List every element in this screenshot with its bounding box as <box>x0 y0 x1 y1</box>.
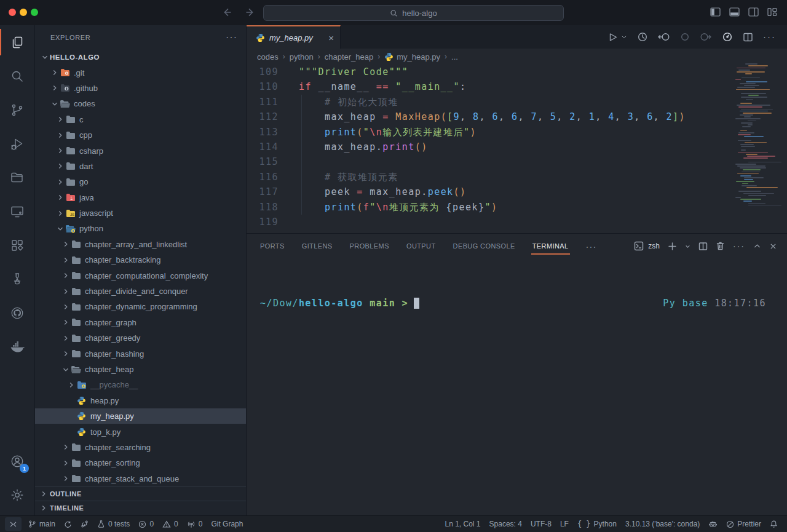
code-line-114[interactable]: 114 max_heap.print() <box>247 140 787 154</box>
status-compare[interactable] <box>76 517 93 531</box>
panel-tab-ports[interactable]: PORTS <box>260 242 285 250</box>
more-actions-icon[interactable]: ··· <box>733 240 745 252</box>
tree-item--pycache-[interactable]: __pycache__ <box>35 377 246 392</box>
minimize-window-button[interactable] <box>20 9 27 16</box>
status-ln-1-col-1[interactable]: Ln 1, Col 1 <box>440 517 484 531</box>
status-sync[interactable] <box>60 517 76 531</box>
status-prettier[interactable]: Prettier <box>722 517 765 531</box>
activity-docker-icon[interactable] <box>0 330 34 363</box>
status-utf-8[interactable]: UTF-8 <box>526 517 556 531</box>
breadcrumb-item[interactable]: codes <box>257 52 279 62</box>
activity-extensions-icon[interactable] <box>0 228 34 262</box>
code-editor[interactable]: 109"""Driver Code"""110if __name__ == "_… <box>247 65 787 233</box>
chevron-right-icon[interactable] <box>61 349 71 359</box>
tree-item-my-heap-py[interactable]: my_heap.py <box>35 408 246 424</box>
tree-item-chapter-backtracking[interactable]: chapter_backtracking <box>35 252 246 268</box>
activity-explorer-icon[interactable] <box>0 25 34 59</box>
tree-item-chapter-computational-complexity[interactable]: chapter_computational_complexity <box>35 268 246 283</box>
run-dropdown-icon[interactable] <box>621 34 627 40</box>
chevron-down-icon[interactable] <box>55 224 65 234</box>
split-editor-icon[interactable] <box>743 32 753 42</box>
panel-tab-terminal[interactable]: TERMINAL <box>532 242 569 250</box>
tree-item-chapter-dynamic-programming[interactable]: chapter_dynamic_programming <box>35 299 246 314</box>
code-line-113[interactable]: 113 print("\n输入列表并建堆后") <box>247 125 787 140</box>
chevron-right-icon[interactable] <box>55 114 65 124</box>
tree-item-csharp[interactable]: csharp <box>35 143 246 158</box>
status-spaces-4[interactable]: Spaces: 4 <box>485 517 526 531</box>
code-line-115[interactable]: 115 <box>247 154 787 169</box>
breadcrumb-item[interactable]: my_heap.py <box>384 52 440 62</box>
more-icon[interactable]: ··· <box>763 31 776 42</box>
section-outline[interactable]: OUTLINE <box>35 486 246 501</box>
chevron-right-icon[interactable] <box>61 458 71 468</box>
chevron-right-icon[interactable] <box>50 68 60 77</box>
code-line-117[interactable]: 117 peek = max_heap.peek() <box>247 185 787 199</box>
shell-icon-icon[interactable] <box>634 241 644 251</box>
chevron-down-icon[interactable] <box>61 365 71 375</box>
toggle-panel-icon[interactable] <box>729 7 740 17</box>
minimap[interactable] <box>735 62 782 209</box>
status-robot[interactable] <box>704 517 722 531</box>
chevron-down-icon[interactable] <box>40 52 50 62</box>
panel-tab-output[interactable]: OUTPUT <box>406 242 436 250</box>
tree-item-chapter-sorting[interactable]: chapter_sorting <box>35 455 246 470</box>
tree-item-chapter-divide-and-conquer[interactable]: chapter_divide_and_conquer <box>35 284 246 299</box>
status-lf[interactable]: LF <box>556 517 573 531</box>
nav-back-circle-icon[interactable] <box>658 32 670 42</box>
maximize-panel-icon[interactable] <box>753 242 761 250</box>
activity-source-control-icon[interactable] <box>0 93 34 127</box>
tree-item-codes[interactable]: codes <box>35 96 246 111</box>
activity-settings-icon[interactable] <box>0 478 34 512</box>
panel-more-tabs-icon[interactable]: ··· <box>586 241 597 252</box>
tree-item-chapter-array-and-linkedlist[interactable]: chapter_array_and_linkedlist <box>35 237 246 252</box>
tree-item-chapter-stack-and-queue[interactable]: chapter_stack_and_queue <box>35 471 246 486</box>
tree-item-chapter-graph[interactable]: chapter_graph <box>35 315 246 330</box>
timeline-history-icon[interactable] <box>637 31 648 42</box>
status-0[interactable]: 0 <box>183 517 207 531</box>
chevron-right-icon[interactable] <box>55 161 65 171</box>
split-terminal-icon[interactable] <box>698 242 708 251</box>
tree-item-hello-algo[interactable]: HELLO-ALGO <box>35 49 246 65</box>
activity-remote-explorer-icon[interactable] <box>0 194 34 228</box>
profile-icon[interactable] <box>722 31 733 42</box>
close-window-button[interactable] <box>9 9 16 16</box>
activity-testing-icon[interactable] <box>0 262 34 296</box>
code-line-111[interactable]: 111 # 初始化大顶堆 <box>247 95 787 109</box>
panel-tab-debug-console[interactable]: DEBUG CONSOLE <box>453 242 515 250</box>
chevron-right-icon[interactable] <box>61 302 71 312</box>
section-timeline[interactable]: TIMELINE <box>35 501 246 515</box>
command-center-search[interactable]: hello-algo <box>263 5 564 21</box>
chevron-right-icon[interactable] <box>61 255 71 265</box>
tree-item-chapter-searching[interactable]: chapter_searching <box>35 440 246 455</box>
tree-item-javascript[interactable]: JSjavascript <box>35 205 246 221</box>
new-terminal-icon[interactable] <box>668 242 677 251</box>
chevron-right-icon[interactable] <box>50 83 60 93</box>
code-line-116[interactable]: 116 # 获取堆顶元素 <box>247 170 787 185</box>
code-line-110[interactable]: 110if __name__ == "__main__": <box>247 79 787 94</box>
activity-accounts-icon[interactable]: 1 <box>0 444 34 478</box>
panel-tab-problems[interactable]: PROBLEMS <box>350 242 389 250</box>
tree-item-dart[interactable]: dart <box>35 159 246 174</box>
breadcrumb-item[interactable]: chapter_heap <box>325 52 374 62</box>
status-python[interactable]: { }Python <box>573 517 621 531</box>
tree-item-heap-py[interactable]: heap.py <box>35 393 246 408</box>
tab-close-icon[interactable]: × <box>328 33 334 43</box>
activity-run-debug-icon[interactable] <box>0 127 34 161</box>
status-remote[interactable] <box>5 517 22 531</box>
status-0-tests[interactable]: 0 tests <box>93 517 134 531</box>
chevron-right-icon[interactable] <box>61 442 71 452</box>
terminal-dropdown-icon[interactable] <box>685 244 690 249</box>
code-line-112[interactable]: 112 max_heap = MaxHeap([9, 8, 6, 6, 7, 5… <box>247 109 787 124</box>
toggle-secondary-sidebar-icon[interactable] <box>748 7 759 17</box>
tree-item-python[interactable]: python <box>35 221 246 236</box>
activity-github-icon[interactable] <box>0 296 34 330</box>
zoom-window-button[interactable] <box>31 9 38 16</box>
status-3-10-13-base-conda[interactable]: 3.10.13 ('base': conda) <box>621 517 704 531</box>
tree-item-java[interactable]: java <box>35 190 246 205</box>
tree-item-chapter-hashing[interactable]: chapter_hashing <box>35 346 246 361</box>
status-0[interactable]: 0 <box>134 517 158 531</box>
tree-item--git[interactable]: .git <box>35 65 246 80</box>
code-line-109[interactable]: 109"""Driver Code""" <box>247 65 787 79</box>
tree-item-cpp[interactable]: cpp <box>35 127 246 143</box>
breadcrumb-item[interactable]: python <box>290 52 314 62</box>
